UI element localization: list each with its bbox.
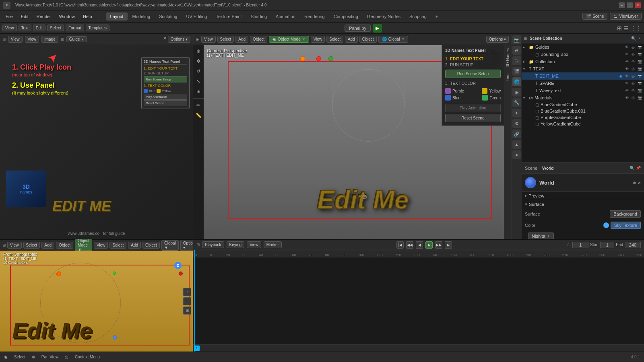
scroll-view-btn[interactable]: ⊞ xyxy=(183,306,191,315)
yellow-color-chip[interactable] xyxy=(482,88,487,94)
viewport-add-menu[interactable]: Add xyxy=(235,36,248,43)
eye-icon-5[interactable]: 👁 xyxy=(624,73,630,79)
templates-menu[interactable]: Templates xyxy=(86,25,110,31)
start-frame-input[interactable]: 1 xyxy=(600,242,614,248)
render-icon-4[interactable]: 📷 xyxy=(637,66,642,72)
text-menu[interactable]: Text xyxy=(19,25,31,31)
reset-scene-btn[interactable]: Reset Scene xyxy=(445,114,501,122)
timeline-type-icon[interactable]: ⊞ xyxy=(196,243,200,247)
eye-icon-8[interactable]: 👁 xyxy=(624,95,630,101)
run-setup-mini-btn[interactable]: Run Scene Setup xyxy=(144,76,187,82)
reset-scene-mini-btn[interactable]: Reset Scene xyxy=(144,100,187,106)
view-menu-timeline[interactable]: View xyxy=(247,241,261,248)
bottom-global-dropdown[interactable]: Global ▼ xyxy=(161,240,179,251)
grid-icon[interactable]: ⊞ xyxy=(617,25,622,31)
bottom-view-menu[interactable]: View xyxy=(7,242,22,249)
output-props-icon[interactable]: 🖨 xyxy=(512,46,521,55)
run-scene-setup-btn[interactable]: Run Scene Setup xyxy=(445,70,501,78)
viewport-object-menu[interactable]: Object xyxy=(250,36,267,43)
jump-end-btn[interactable]: ▶| xyxy=(445,241,452,249)
bottom-view-btn2[interactable]: View xyxy=(94,242,108,249)
surface-section-header[interactable]: Surface xyxy=(525,202,641,207)
tab-scripting[interactable]: Scripting xyxy=(405,12,431,21)
play-animation-mini-btn[interactable]: Play Animation xyxy=(144,94,187,100)
object-props-icon[interactable]: ◉ xyxy=(512,88,521,97)
material-props-icon[interactable]: ● xyxy=(512,150,521,159)
image-close-icon[interactable]: ✕ xyxy=(163,36,167,43)
transform-tool[interactable]: ⊞ xyxy=(194,87,203,96)
view-btn[interactable]: View xyxy=(8,36,23,43)
sky-texture-btn[interactable]: Sky Texture xyxy=(611,222,641,229)
menu-file[interactable]: File xyxy=(2,13,16,20)
view-menu[interactable]: View xyxy=(2,25,17,31)
viewport-select-btn2[interactable]: Select xyxy=(326,36,343,43)
end-frame-input[interactable]: 240 xyxy=(625,242,641,248)
select-icon-8[interactable]: ◎ xyxy=(630,95,636,101)
preview-section-header[interactable]: Preview xyxy=(522,192,644,200)
blue-color-chip[interactable] xyxy=(445,95,451,101)
outliner-item-yellow-gradient[interactable]: ▢ YellowGradientCube xyxy=(522,121,644,127)
outliner-type-icon[interactable]: ⊞ xyxy=(524,36,527,41)
viewport-view-menu[interactable]: View xyxy=(201,36,216,43)
render-icon-6[interactable]: 📷 xyxy=(637,80,642,86)
breadcrumb-scene[interactable]: Scene xyxy=(525,166,537,171)
viewport-object-btn2[interactable]: Object xyxy=(359,36,377,43)
world-props-icon[interactable]: 🌐 xyxy=(512,77,521,86)
outliner-item-collection[interactable]: ▸ 📁 Collection 👁 ◎ 📷 xyxy=(522,58,644,65)
physics-props-icon[interactable]: ⚙ xyxy=(512,119,521,128)
nishita-dropdown[interactable]: Nishita ▼ xyxy=(528,232,554,239)
view-layer-selector[interactable]: 🗂ViewLayer xyxy=(610,13,642,20)
world-close-icon[interactable]: ✕ xyxy=(638,181,641,185)
list-icon[interactable]: ☰ xyxy=(623,25,629,31)
move-tool[interactable]: ✥ xyxy=(194,57,203,66)
jump-next-btn[interactable]: ▶▶ xyxy=(435,241,442,249)
eye-icon-2[interactable]: 👁 xyxy=(624,51,630,57)
bottom-add-menu[interactable]: Add xyxy=(41,242,54,249)
script-filename[interactable]: Panel.py xyxy=(345,25,371,32)
viewport-type-icon[interactable]: ⊞ xyxy=(196,37,200,42)
playback-menu[interactable]: Playback xyxy=(202,241,224,248)
tab-sculpting[interactable]: Sculpting xyxy=(155,12,181,21)
viewport-add-btn2[interactable]: Add xyxy=(345,36,358,43)
bottom-editor-type-icon[interactable]: ⊞ xyxy=(2,243,6,247)
measure-tool[interactable]: 📏 xyxy=(194,111,203,120)
select-menu-2[interactable]: Select xyxy=(47,25,64,31)
select-icon-2[interactable]: ◎ xyxy=(630,51,636,57)
keying-menu[interactable]: Keying xyxy=(227,241,245,248)
bottom-object-menu[interactable]: Object xyxy=(56,242,73,249)
outliner-item-text[interactable]: ▾ T TEXT 👁 ◎ 📷 xyxy=(522,65,644,72)
outliner-item-blue-gradient-001[interactable]: ▢ BlueGradientCube.001 xyxy=(522,108,644,114)
green-color-chip[interactable] xyxy=(482,95,488,101)
transform-handle-green[interactable] xyxy=(113,272,116,275)
format-menu[interactable]: Format xyxy=(66,25,84,31)
particle-props-icon[interactable]: ✦ xyxy=(512,109,521,117)
global-dropdown[interactable]: 🌐 Global ▼ xyxy=(378,36,409,43)
close-button[interactable]: × xyxy=(635,2,641,8)
scene-selector[interactable]: 🎬Scene xyxy=(582,13,607,20)
render-icon-7[interactable]: 📷 xyxy=(637,88,642,93)
breadcrumb-world[interactable]: World xyxy=(542,166,554,171)
view-layer-props-icon[interactable]: 🗂 xyxy=(512,56,521,65)
image-btn[interactable]: Image xyxy=(41,36,58,43)
modifier-props-icon[interactable]: 🔧 xyxy=(512,98,521,107)
outliner-item-materials[interactable]: ▾ 🗂 Materials 👁 ◎ 📷 xyxy=(522,94,644,101)
marker-menu[interactable]: Marker xyxy=(264,241,282,248)
menu-render[interactable]: Render xyxy=(33,13,54,20)
transform-handle-orange[interactable] xyxy=(56,272,61,276)
cursor-tool[interactable]: ⊕ xyxy=(194,47,203,56)
purple-color-chip[interactable] xyxy=(445,88,451,94)
maximize-button[interactable]: □ xyxy=(627,2,633,8)
frame-marker[interactable]: 1 xyxy=(194,346,200,351)
bottom-select-menu[interactable]: Select xyxy=(23,242,40,249)
eye-icon-7[interactable]: 👁 xyxy=(624,88,630,93)
play-animation-btn[interactable]: Play Animation xyxy=(445,104,501,112)
tab-compositing[interactable]: Compositing xyxy=(330,12,362,21)
current-frame-input[interactable]: 1 xyxy=(572,242,588,248)
bottom-object-btn2[interactable]: Object xyxy=(142,242,160,249)
prop-search-icon[interactable]: 🔍 xyxy=(630,166,634,170)
tab-add[interactable]: + xyxy=(431,12,442,21)
data-props-icon[interactable]: ▲ xyxy=(512,140,521,149)
edit-menu-2[interactable]: Edit xyxy=(33,25,45,31)
annotate-tool[interactable]: ✏ xyxy=(194,101,203,110)
timeline-playhead[interactable] xyxy=(194,250,195,352)
